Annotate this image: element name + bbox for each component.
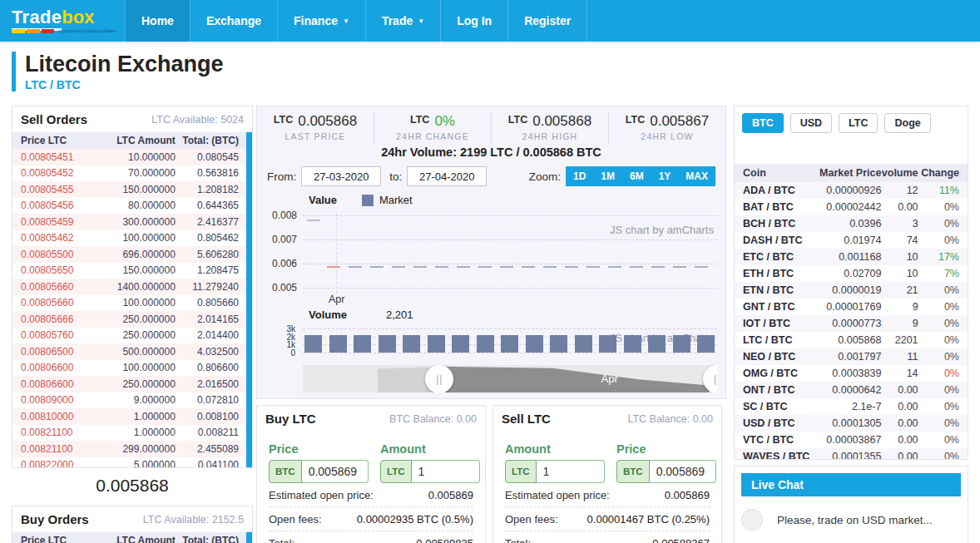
sell-order-row[interactable]: 0.00805760250.0000002.014400 [12,328,252,344]
order-price: 0.00822000 [12,459,89,468]
coin-row-ont-btc[interactable]: ONT / BTC0.00006420.000% [735,382,968,398]
coin-row-sc-btc[interactable]: SC / BTC2.1e-70.000% [735,398,968,415]
coin-market-price: 0.001797 [810,351,882,363]
coin-row-neo-btc[interactable]: NEO / BTC0.001797110% [735,348,968,365]
sell-order-row[interactable]: 0.00806500500.0000004.032500 [12,343,252,360]
coin-row-waves-btc[interactable]: WAVES / BTC0.00013550.000% [735,448,968,460]
coin-row-ada-btc[interactable]: ADA / BTC0.000009261211% [735,182,968,199]
sell-order-row[interactable]: 0.0080545110.0000000.080545 [12,149,252,165]
coin-row-bch-btc[interactable]: BCH / BTC0.039630% [735,215,968,232]
order-price: 0.00805666 [12,313,89,325]
nav-menu: HomeExchangeFinance▼Trade▼Log InRegister [125,0,587,42]
nav-item-finance[interactable]: Finance▼ [277,0,365,42]
order-price: 0.00805500 [12,249,89,260]
coin-change: 11% [918,185,959,196]
sell-order-row[interactable]: 0.0080545270.0000000.563816 [12,165,252,182]
info-label: Estimated open price: [269,489,374,501]
volume-bar [501,335,518,353]
coin-row-omg-btc[interactable]: OMG / BTC0.0003839140% [735,365,968,382]
sell-price-input[interactable] [650,460,716,483]
ltc-balance: LTC Balance: 0.00 [627,413,713,425]
brand-bars: cryptocurrency trading software [12,28,116,33]
coin-row-etn-btc[interactable]: ETN / BTC0.0000019210% [735,282,968,299]
price-dash [457,266,470,268]
sell-order-row[interactable]: 0.0080545680.0000000.644365 [12,198,252,215]
sell-order-row[interactable]: 0.00806600100.0000000.806600 [12,360,252,377]
buy-orders-scrollbar[interactable] [246,532,252,543]
coin-volume: 2201 [881,334,918,346]
price-gridline [303,215,717,216]
zoom-button-1d[interactable]: 1D [566,166,593,186]
sell-order-row[interactable]: 0.008220005.0000000.041100 [12,457,252,469]
chart-navigator[interactable]: Apr || || [303,365,717,392]
sell-order-row[interactable]: 0.008100001.0000000.008100 [12,408,252,425]
buy-amount-input[interactable] [412,460,480,483]
volume-chart: Volume 2,201 JS chart by amCharts 3k2k1k… [257,309,725,360]
sell-order-row[interactable]: 0.00821100299.0000002.455089 [12,441,252,457]
sell-order-row[interactable]: 0.00805462100.0000000.805462 [12,230,252,247]
zoom-button-6m[interactable]: 6M [622,166,651,186]
buy-orders-available: LTC Available: 2152.5 [143,514,244,526]
sell-order-row[interactable]: 0.00805455150.0000001.208182 [12,181,252,198]
coin-row-iot-btc[interactable]: IOT / BTC0.000077390% [735,315,968,332]
sell-order-row[interactable]: 0.008090009.0000000.072810 [12,392,252,409]
live-chat-header[interactable]: Live Chat [741,473,961,496]
order-total: 2.014400 [176,329,252,341]
coin-row-eth-btc[interactable]: ETH / BTC0.02709107% [735,265,968,282]
order-price: 0.00806600 [12,378,89,390]
nav-item-exchange[interactable]: Exchange [190,0,277,42]
sell-order-row[interactable]: 0.00805666250.0000002.014165 [12,311,252,328]
coin-row-ltc-btc[interactable]: LTC / BTC0.00586822010% [735,332,968,348]
coin-row-vtc-btc[interactable]: VTC / BTC0.000038670.000% [735,432,968,448]
nav-item-log-in[interactable]: Log In [440,0,507,42]
coin-row-gnt-btc[interactable]: GNT / BTC0.0000176990% [735,299,968,315]
coin-market-price: 0.00002442 [810,201,882,213]
price-dash [673,266,686,268]
sell-order-row[interactable]: 0.00805459300.0000002.416377 [12,214,252,230]
market-tab-ltc[interactable]: LTC [839,113,878,133]
sell-order-row[interactable]: 0.00806600250.0000002.016500 [12,376,252,392]
price-dash [435,266,448,268]
sell-order-row[interactable]: 0.008056601400.00000011.279240 [12,279,252,295]
zoom-button-1m[interactable]: 1M [593,166,622,186]
coin-volume: 12 [881,185,918,196]
order-amount: 150.000000 [89,184,176,195]
order-price: 0.00809000 [12,394,89,406]
market-tab-btc[interactable]: BTC [742,113,784,133]
total-row: Total: 0.00588367 [505,531,710,543]
coin-change: 17% [918,251,959,263]
info-value: 0.005869 [665,489,710,501]
to-date-input[interactable] [407,166,487,186]
sell-order-row[interactable]: 0.008211001.0000000.008211 [12,425,252,442]
order-total: 2.014165 [176,313,252,325]
brand-logo[interactable]: Tradebox cryptocurrency trading software [0,0,116,42]
sell-order-row[interactable]: 0.00805650150.0000001.208475 [12,263,252,279]
sell-orders-table-body: 0.0080545110.0000000.0805450.0080545270.… [12,149,252,468]
coin-volume: 9 [881,318,918,329]
sell-order-row[interactable]: 0.00805500696.0000005.606280 [12,246,252,263]
coin-row-etc-btc[interactable]: ETC / BTC0.0011681017% [735,249,968,265]
market-tab-doge[interactable]: Doge [884,113,930,133]
sell-order-row[interactable]: 0.00805660100.0000000.805660 [12,295,252,312]
market-chart-panel: LTC0.005868LAST PRICELTC0%24HR CHANGELTC… [256,106,726,399]
market-tab-usd[interactable]: USD [790,113,832,133]
market-tabs: BTCUSDLTCDoge [735,106,968,140]
navigator-left-handle[interactable]: || [425,365,453,392]
brand-tagline: cryptocurrency trading software [58,28,116,33]
nav-item-register[interactable]: Register [507,0,587,42]
buy-price-input[interactable] [302,460,369,483]
nav-item-home[interactable]: Home [125,0,190,42]
stat-24hr-change: LTC0%24HR CHANGE [374,112,491,145]
coin-row-bat-btc[interactable]: BAT / BTC0.000024420.000% [735,199,968,215]
coin-volume: 21 [881,284,918,296]
sell-orders-scrollbar[interactable] [246,132,252,468]
sell-amount-input[interactable] [537,460,605,483]
coin-row-usd-btc[interactable]: USD / BTC0.00013050.000% [735,415,968,432]
zoom-button-1y[interactable]: 1Y [651,166,679,186]
from-date-input[interactable] [301,166,381,186]
zoom-button-max[interactable]: MAX [678,166,715,186]
coin-change: 0% [918,351,959,363]
nav-item-trade[interactable]: Trade▼ [365,0,440,42]
coin-row-dash-btc[interactable]: DASH / BTC0.01974740% [735,232,968,249]
price-chart-legend: Value Market [309,194,413,206]
